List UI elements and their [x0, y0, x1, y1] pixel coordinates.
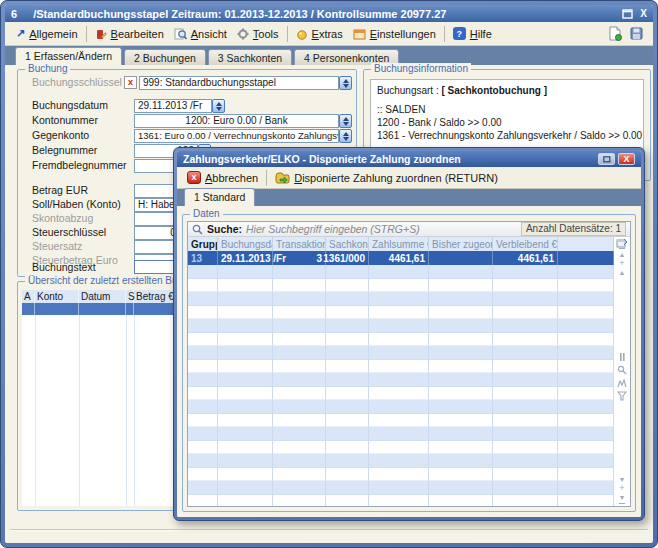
- new-document-icon[interactable]: [608, 26, 622, 41]
- search-bar[interactable]: Suche: Hier Suchbegriff eingeben (STRG+S…: [188, 222, 630, 237]
- column-chooser-icon[interactable]: [616, 238, 628, 248]
- abbrechen-button[interactable]: x Abbrechen: [182, 169, 263, 186]
- grid-selected-row[interactable]: 13 29.11.2013 /Fr 3 1361/000 4461,61 446…: [188, 251, 614, 265]
- label-soll-haben: Soll/Haben (Konto): [32, 198, 121, 210]
- buchungsart-line: Buchungsart : [ Sachkontobuchung ]: [377, 84, 637, 97]
- cell-bisher-zugeordnet: [429, 251, 493, 265]
- cancel-x-icon: x: [187, 171, 201, 184]
- col-sachkonto[interactable]: Sachkonto: [326, 237, 369, 251]
- insert-row-icon[interactable]: +: [619, 259, 624, 268]
- col-zahlsumme[interactable]: Zahlsumme €: [369, 237, 429, 251]
- label-buchungstext: Buchungstext: [32, 261, 96, 273]
- col-transaktion[interactable]: Transaktion: [273, 237, 326, 251]
- window-titlebar[interactable]: 6 /Standardbuchungsstapel Zeitraum: 01.2…: [5, 5, 653, 22]
- menu-extras[interactable]: Extras: [291, 26, 348, 42]
- help-icon: ?: [453, 27, 466, 40]
- grid-side-toolbar: ▲ + ▲ ▼ + ▼: [614, 237, 630, 506]
- cell-gruppe: 13: [188, 251, 218, 265]
- menu-hilfe[interactable]: ? Hilfe: [448, 25, 497, 42]
- grid-empty-row[interactable]: [188, 441, 614, 455]
- menu-ansicht[interactable]: Ansicht: [169, 26, 232, 42]
- buchungsschluessel-spinner[interactable]: [339, 76, 352, 90]
- label-gegenkonto: Gegenkonto: [32, 129, 89, 141]
- restore-icon[interactable]: [622, 9, 633, 19]
- zuordnen-button[interactable]: Disponierte Zahlung zuordnen (RETURN): [270, 169, 503, 186]
- payments-grid: Gruppe Buchungsdatum Transaktion Sachkon…: [188, 237, 614, 506]
- arrow-up-right-icon: ↗: [16, 27, 25, 40]
- grid-empty-row[interactable]: [188, 373, 614, 387]
- scroll-to-bottom-icon[interactable]: ▼: [619, 493, 626, 504]
- grid-header-row[interactable]: Gruppe Buchungsdatum Transaktion Sachkon…: [188, 237, 614, 251]
- grid-empty-row[interactable]: [188, 292, 614, 306]
- col-verbleibend[interactable]: Verbleibend €: [493, 237, 558, 251]
- tab-sachkonten[interactable]: 3 Sachkonten: [208, 49, 292, 65]
- search-input[interactable]: Hier Suchbegriff eingeben (STRG+S): [246, 223, 420, 235]
- grid-search-icon[interactable]: [617, 365, 627, 375]
- grid-empty-row[interactable]: [188, 360, 614, 374]
- buchungsdatum-field[interactable]: 29.11.2013 /Fr: [134, 99, 212, 113]
- tab-standard[interactable]: 1 Standard: [184, 188, 255, 206]
- label-steuersatz: Steuersatz: [32, 240, 82, 252]
- col-gruppe[interactable]: Gruppe: [188, 237, 218, 251]
- cell-sachkonto: 1361/000: [326, 251, 369, 265]
- grid-empty-row[interactable]: [188, 454, 614, 468]
- menu-tools[interactable]: Tools: [232, 26, 284, 42]
- scroll-up-icon[interactable]: ▲: [619, 268, 626, 277]
- grid-empty-row[interactable]: [188, 333, 614, 347]
- tools-gear-icon: [237, 28, 249, 40]
- cell-verbleibend: 4461,61: [493, 251, 558, 265]
- label-belegnummer: Belegnummer: [32, 144, 97, 156]
- menu-bearbeiten[interactable]: Bearbeiten: [90, 26, 169, 42]
- grid-empty-row[interactable]: [188, 319, 614, 333]
- dialog-titlebar[interactable]: Zahlungsverkehr/ELKO - Disponierte Zahlu…: [177, 151, 641, 167]
- close-icon[interactable]: X: [640, 9, 647, 19]
- saldo-line-1: 1200 - Bank / Saldo >> 0.00: [377, 116, 637, 129]
- toolbar-separator: [444, 26, 445, 42]
- search-label: Suche:: [207, 223, 242, 235]
- col-bisher-zugeordnet[interactable]: Bisher zugeordnet: [429, 237, 493, 251]
- filter-icon[interactable]: [617, 391, 627, 401]
- gegenkonto-spinner[interactable]: [339, 129, 352, 143]
- dialog-toolbar: x Abbrechen Disponierte Zahlung zuordnen…: [177, 167, 641, 189]
- toolbar-separator: [287, 26, 288, 42]
- menu-einstellungen[interactable]: Einstellungen: [348, 26, 441, 42]
- daten-group-label: Daten: [190, 208, 223, 219]
- cell-buchungsdatum: 29.11.2013 /Fr: [218, 251, 273, 265]
- dialog-title: Zahlungsverkehr/ELKO - Disponierte Zahlu…: [183, 153, 461, 165]
- col-datum[interactable]: Datum: [79, 290, 126, 303]
- columns-icon[interactable]: [617, 352, 627, 362]
- append-row-icon[interactable]: +: [619, 484, 624, 493]
- column-separator: [126, 315, 127, 506]
- menu-allgemein[interactable]: ↗ Allgemein: [11, 25, 83, 42]
- save-icon[interactable]: [630, 27, 643, 40]
- dialog-close-icon[interactable]: X: [618, 153, 635, 165]
- grid-empty-row[interactable]: [188, 427, 614, 441]
- toolbar-separator: [266, 170, 267, 186]
- col-s[interactable]: S: [126, 290, 134, 303]
- grid-empty-row[interactable]: [188, 414, 614, 428]
- kontonummer-combo[interactable]: 1200: Euro 0.00 / Bank: [134, 114, 339, 128]
- col-a[interactable]: A: [22, 290, 35, 303]
- buchungsdatum-spinner[interactable]: [212, 99, 225, 113]
- grid-empty-row[interactable]: [188, 306, 614, 320]
- grid-empty-row[interactable]: [188, 468, 614, 482]
- dialog-restore-icon[interactable]: [598, 153, 615, 165]
- main-window-body: 6 /Standardbuchungsstapel Zeitraum: 01.2…: [5, 5, 653, 543]
- col-buchungsdatum[interactable]: Buchungsdatum: [218, 237, 273, 251]
- grid-empty-row[interactable]: [188, 387, 614, 401]
- buchungsschluessel-combo[interactable]: 999: Standardbuchungsstapel: [139, 76, 339, 90]
- cell-zahlsumme: 4461,61: [369, 251, 429, 265]
- grid-empty-row[interactable]: [188, 481, 614, 495]
- grid-empty-row[interactable]: [188, 279, 614, 293]
- grid-empty-row[interactable]: [188, 400, 614, 414]
- grid-empty-row[interactable]: [188, 265, 614, 279]
- tab-buchungen[interactable]: 2 Buchungen: [124, 49, 206, 65]
- clear-x-icon[interactable]: x: [124, 76, 137, 89]
- view-magnifier-icon: [174, 28, 187, 40]
- grid-empty-row[interactable]: [188, 495, 614, 507]
- sort-icon[interactable]: [617, 378, 627, 388]
- grid-empty-row[interactable]: [188, 346, 614, 360]
- kontonummer-spinner[interactable]: [339, 114, 352, 128]
- col-konto[interactable]: Konto: [35, 290, 79, 303]
- gegenkonto-combo[interactable]: 1361: Euro 0.00 / Verrechnungskonto Zahl…: [134, 129, 339, 143]
